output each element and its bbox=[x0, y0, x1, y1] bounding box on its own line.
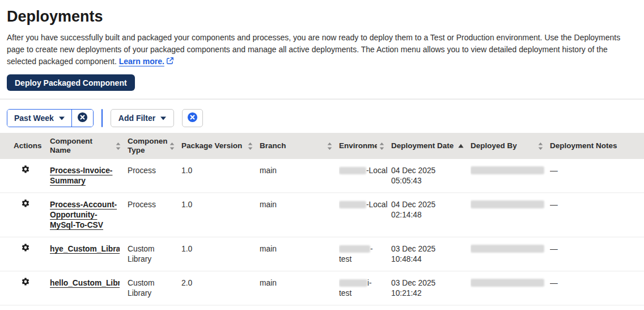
table-row: hye_Custom_LibraryCustom Library1.0main-… bbox=[0, 237, 644, 271]
column-header-branch[interactable]: Branch bbox=[260, 137, 339, 154]
column-header-deployed_by[interactable]: Deployed By bbox=[471, 137, 550, 154]
cell-deployment-date: 04 Dec 202502:14:48 bbox=[391, 193, 471, 227]
sort-icon[interactable] bbox=[538, 143, 543, 150]
redacted-environment-name bbox=[339, 279, 367, 287]
toolbar-divider bbox=[0, 99, 644, 99]
table-header-row: ActionsComponent NameComponent TypePacka… bbox=[0, 133, 644, 159]
cell-component-type: Process bbox=[128, 193, 181, 216]
cell-component-type: Process bbox=[128, 159, 181, 182]
cell-package-version: 1.0 bbox=[181, 159, 260, 182]
cell-package-version: 1.0 bbox=[181, 193, 260, 216]
filter-bar-divider bbox=[101, 109, 103, 127]
chevron-down-icon bbox=[59, 116, 65, 120]
column-header-version[interactable]: Package Version bbox=[181, 137, 260, 154]
column-header-notes: Deployment Notes bbox=[550, 137, 644, 154]
sort-icon[interactable] bbox=[116, 143, 121, 150]
clear-date-filter-button[interactable] bbox=[72, 110, 93, 127]
redacted-environment-name bbox=[339, 245, 370, 253]
table-row: Process-Account-Opportunity-MySql-To-CSV… bbox=[0, 193, 644, 237]
cell-deployment-date: 03 Dec 202510:21:42 bbox=[391, 271, 471, 305]
actions-menu-button[interactable] bbox=[21, 277, 30, 286]
column-label: Actions bbox=[14, 141, 42, 150]
date-filter-group: Past Week bbox=[7, 109, 94, 127]
gear-icon bbox=[21, 245, 30, 254]
clear-all-filters-button[interactable] bbox=[182, 109, 203, 127]
column-label: Component Type bbox=[128, 137, 167, 155]
actions-menu-button[interactable] bbox=[21, 243, 30, 252]
column-header-date[interactable]: Deployment Date bbox=[391, 137, 471, 154]
sort-icon[interactable] bbox=[170, 143, 175, 150]
add-filter-dropdown[interactable]: Add Filter bbox=[111, 109, 174, 127]
external-link-icon bbox=[166, 57, 174, 66]
add-filter-label: Add Filter bbox=[118, 114, 155, 123]
cell-actions bbox=[0, 271, 50, 295]
page-title: Deployments bbox=[7, 7, 637, 26]
table-row: Process-Invoice-SummaryProcess1.0main-Lo… bbox=[0, 159, 644, 193]
cell-deployment-notes: — bbox=[550, 193, 644, 216]
cell-actions bbox=[0, 159, 50, 183]
column-label: Deployment Notes bbox=[550, 141, 617, 150]
redacted-deployed-by bbox=[471, 166, 544, 174]
page-header: Deployments After you have successfully … bbox=[0, 0, 644, 91]
deployments-table: ActionsComponent NameComponent TypePacka… bbox=[0, 133, 644, 305]
cell-branch: main bbox=[260, 193, 339, 216]
learn-more-link[interactable]: Learn more. bbox=[119, 57, 164, 66]
column-header-environment[interactable]: Environment bbox=[339, 137, 391, 154]
actions-menu-button[interactable] bbox=[21, 199, 30, 208]
cell-environment: i-test bbox=[339, 271, 391, 305]
cell-deployed-by bbox=[471, 159, 550, 182]
date-filter-label: Past Week bbox=[14, 114, 54, 123]
cell-environment: -Local bbox=[339, 193, 391, 216]
sort-icon[interactable] bbox=[379, 143, 384, 150]
redacted-deployed-by bbox=[471, 245, 544, 253]
gear-icon bbox=[21, 167, 30, 175]
column-label: Environment bbox=[339, 141, 377, 150]
cell-deployed-by bbox=[471, 237, 550, 261]
redacted-deployed-by bbox=[471, 200, 544, 208]
cell-component-name: hye_Custom_Library bbox=[50, 237, 128, 261]
cell-deployed-by bbox=[471, 193, 550, 216]
cell-deployment-date: 04 Dec 202505:05:43 bbox=[391, 159, 471, 192]
cell-component-name: Process-Invoice-Summary bbox=[50, 159, 128, 192]
column-header-type[interactable]: Component Type bbox=[128, 133, 181, 159]
cell-branch: main bbox=[260, 159, 339, 182]
cell-branch: main bbox=[260, 271, 339, 295]
column-header-actions: Actions bbox=[0, 137, 50, 154]
column-header-name[interactable]: Component Name bbox=[50, 133, 128, 159]
cell-deployment-notes: — bbox=[550, 271, 644, 295]
sort-icon[interactable] bbox=[327, 143, 332, 150]
cell-package-version: 2.0 bbox=[181, 271, 260, 295]
cell-environment: -test bbox=[339, 237, 391, 271]
cell-deployment-date: 03 Dec 202510:48:44 bbox=[391, 237, 471, 271]
redacted-deployed-by bbox=[471, 279, 544, 287]
sort-ascending-icon[interactable] bbox=[458, 144, 464, 148]
redacted-environment-name bbox=[339, 201, 366, 208]
date-filter-dropdown[interactable]: Past Week bbox=[7, 110, 72, 127]
column-label: Deployment Date bbox=[391, 141, 454, 150]
component-name-link[interactable]: hello_Custom_Library bbox=[50, 278, 120, 288]
column-label: Package Version bbox=[181, 141, 242, 150]
deploy-packaged-component-button[interactable]: Deploy Packaged Component bbox=[7, 74, 135, 91]
column-label: Component Name bbox=[50, 137, 113, 155]
cell-deployment-notes: — bbox=[550, 159, 644, 182]
component-name-link[interactable]: Process-Account-Opportunity-MySql-To-CSV bbox=[50, 200, 120, 231]
redacted-environment-name bbox=[339, 167, 366, 174]
column-label: Branch bbox=[260, 141, 286, 150]
gear-icon bbox=[21, 279, 30, 288]
gear-icon bbox=[21, 201, 30, 210]
cell-actions bbox=[0, 193, 50, 217]
chevron-down-icon bbox=[160, 116, 166, 120]
filter-bar: Past Week Add Filter bbox=[0, 104, 644, 133]
cell-component-name: hello_Custom_Library bbox=[50, 271, 128, 295]
x-circle-icon bbox=[187, 112, 198, 124]
component-name-link[interactable]: Process-Invoice-Summary bbox=[50, 166, 120, 186]
sort-icon[interactable] bbox=[248, 143, 253, 150]
column-label: Deployed By bbox=[471, 141, 517, 150]
component-name-link[interactable]: hye_Custom_Library bbox=[50, 244, 120, 254]
actions-menu-button[interactable] bbox=[21, 165, 30, 174]
cell-component-type: Custom Library bbox=[128, 237, 181, 271]
x-circle-icon bbox=[77, 112, 88, 124]
table-body: Process-Invoice-SummaryProcess1.0main-Lo… bbox=[0, 159, 644, 305]
cell-component-type: Custom Library bbox=[128, 271, 181, 305]
cell-component-name: Process-Account-Opportunity-MySql-To-CSV bbox=[50, 193, 128, 237]
